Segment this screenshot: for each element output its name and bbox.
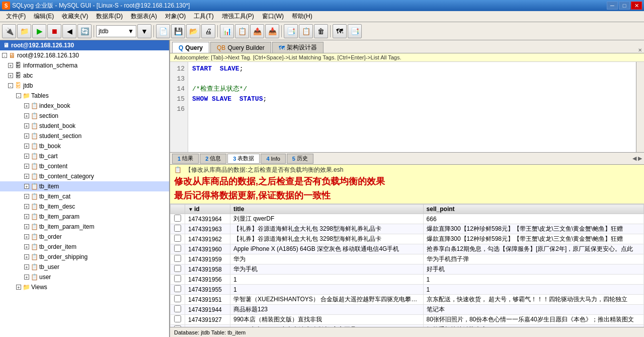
tb-print[interactable]: 🖨	[201, 24, 215, 38]
col-title-header[interactable]: title	[230, 205, 424, 214]
table-row[interactable]: 1474391960Apple iPhone X (A1865) 64GB 深空…	[171, 244, 644, 254]
table-row[interactable]: 1474391963【礼券】谷源道海鲜礼盒大礼包 3298型海鲜礼券礼品卡爆款直…	[171, 224, 644, 234]
expand-tb-order-item[interactable]: +	[24, 244, 29, 249]
tree-table-tb-item-cat[interactable]: + 📋 tb_item_cat	[0, 191, 169, 201]
tree-table-user[interactable]: + 📋 user	[0, 272, 169, 282]
expand-index-book[interactable]: +	[24, 103, 29, 108]
tb-export[interactable]: 📤	[250, 24, 264, 38]
tb-selector-arrow[interactable]: ▼	[137, 24, 151, 38]
expand-info-schema-icon[interactable]: +	[8, 63, 13, 68]
tree-tables-folder[interactable]: - 📁 Tables	[0, 91, 169, 101]
expand-tb-order[interactable]: +	[24, 234, 29, 239]
rtab-results[interactable]: 1 结果	[172, 154, 199, 164]
tree-table-tb-item[interactable]: + 📋 tb_item	[0, 181, 169, 191]
rtab-queryinfo[interactable]: 4 Info	[261, 154, 285, 164]
table-row[interactable]: 147439195611	[171, 275, 644, 285]
tab-query[interactable]: Q Query	[172, 42, 209, 53]
table-row[interactable]: 1474391964刘显江 qwerDF666	[171, 214, 644, 224]
menu-advanced[interactable]: 增强工具(P)	[218, 11, 258, 22]
expand-tb-cart[interactable]: +	[24, 154, 29, 159]
tab-schema-designer[interactable]: 🗺 架构设计器	[272, 42, 324, 53]
row-checkbox[interactable]	[174, 265, 182, 272]
tree-db-jtdb[interactable]: - 🗄 jtdb	[0, 81, 169, 91]
editor-scrollbar[interactable]	[636, 62, 644, 152]
tb-delete[interactable]: 🗑	[314, 24, 328, 38]
menu-object[interactable]: 对象(O)	[161, 11, 190, 22]
expand-abc-icon[interactable]: +	[8, 73, 13, 78]
col-sell-point-header[interactable]: sell_point	[423, 205, 643, 214]
expand-tb-item-param[interactable]: +	[24, 214, 29, 219]
row-checkbox[interactable]	[174, 295, 182, 302]
expand-tb-item-desc[interactable]: +	[24, 204, 29, 209]
tb-new-conn[interactable]: 🔌	[2, 24, 16, 38]
tree-db-abc[interactable]: + 🗄 abc	[0, 71, 169, 81]
tb-refresh[interactable]: 🔄	[77, 24, 92, 38]
expand-tb-item[interactable]: +	[24, 184, 29, 189]
row-checkbox[interactable]	[174, 255, 182, 262]
tb-execute[interactable]: ▶	[32, 24, 46, 38]
tree-table-tb-cart[interactable]: + 📋 tb_cart	[0, 151, 169, 161]
table-row[interactable]: 1474391959华为华为手机挡子弹	[171, 254, 644, 264]
menu-file[interactable]: 文件(F)	[2, 11, 30, 22]
tb-schema[interactable]: 🗺	[333, 24, 347, 38]
tree-table-tb-content-category[interactable]: + 📋 tb_content_category	[0, 171, 169, 181]
row-checkbox[interactable]	[174, 215, 182, 222]
expand-root-icon[interactable]: -	[2, 53, 7, 58]
code-content[interactable]: START SLAVE; /*检查主从状态*/ SHOW SLAVE STATU…	[188, 62, 636, 152]
tb-back[interactable]: ◀	[62, 24, 76, 38]
tb-table-view[interactable]: 📊	[220, 24, 234, 38]
menu-table[interactable]: 数据表(A)	[127, 11, 161, 22]
tree-table-tb-item-param-item[interactable]: + 📋 tb_item_param_item	[0, 222, 169, 232]
tb-paste[interactable]: 📋	[299, 24, 313, 38]
menu-window[interactable]: 窗口(W)	[258, 11, 288, 22]
tree-table-index-book[interactable]: + 📋 index_book	[0, 101, 169, 111]
tree-table-section[interactable]: + 📋 section	[0, 111, 169, 121]
tree-table-tb-user[interactable]: + 📋 tb_user	[0, 262, 169, 272]
tree-table-tb-item-desc[interactable]: + 📋 tb_item_desc	[0, 201, 169, 212]
query-panel-close[interactable]: ✕	[638, 47, 642, 53]
table-row[interactable]: 1474391962【礼券】谷源道海鲜礼盒大礼包 3298型海鲜礼券礼品卡爆款直…	[171, 234, 644, 244]
tree-root[interactable]: - 🖥 root@192.168.126.130	[0, 50, 169, 60]
row-checkbox[interactable]	[174, 245, 182, 252]
tb-copy[interactable]: 📑	[284, 24, 298, 38]
code-editor[interactable]: 12 13 14 15 16 START SLAVE; /*检查主从状态*/ S…	[170, 62, 644, 153]
expand-student-section[interactable]: +	[24, 133, 29, 139]
expand-student-book[interactable]: +	[24, 123, 29, 128]
tree-container[interactable]: - 🖥 root@192.168.126.130 + 🗄 information…	[0, 50, 169, 337]
minimize-button[interactable]: ─	[607, 2, 618, 10]
tree-table-student-book[interactable]: + 📋 student_book	[0, 121, 169, 131]
tb-index[interactable]: 📑	[348, 24, 362, 38]
tree-table-tb-order[interactable]: + 📋 tb_order	[0, 232, 169, 242]
row-checkbox[interactable]	[174, 225, 182, 232]
tree-table-tb-order-item[interactable]: + 📋 tb_order_item	[0, 242, 169, 252]
expand-tb-book[interactable]: +	[24, 144, 29, 149]
row-checkbox[interactable]	[174, 305, 182, 312]
expand-user[interactable]: +	[24, 275, 29, 280]
col-id-header[interactable]: ▼ id	[185, 205, 230, 214]
expand-tb-user[interactable]: +	[24, 264, 29, 269]
tree-views-folder[interactable]: + 📁 Views	[0, 282, 169, 292]
expand-tb-content-cat[interactable]: +	[24, 174, 29, 179]
tab-query-builder[interactable]: QB Query Builder	[210, 42, 271, 53]
tb-open[interactable]: 📁	[17, 24, 31, 38]
menu-edit[interactable]: 编辑(E)	[30, 11, 58, 22]
tb-open-file[interactable]: 📂	[186, 24, 200, 38]
rtab-info[interactable]: 2 信息	[200, 154, 226, 164]
tb-new-query[interactable]: 📄	[156, 24, 170, 38]
menu-tools[interactable]: 工具(T)	[190, 11, 217, 22]
table-row[interactable]: 1474391951学智薯（XUEZHISHANTOYS） 合金版超大遥控越野车…	[171, 295, 644, 305]
tb-form-view[interactable]: 📋	[235, 24, 249, 38]
tb-import[interactable]: 📥	[265, 24, 279, 38]
expand-tb-item-cat[interactable]: +	[24, 194, 29, 199]
close-button[interactable]: ✕	[631, 2, 642, 10]
expand-tables-icon[interactable]: -	[16, 93, 21, 98]
root-label[interactable]: root@192.168.126.130	[17, 52, 79, 59]
row-checkbox[interactable]	[174, 235, 182, 242]
expand-jtdb-icon[interactable]: -	[8, 83, 13, 88]
tree-table-tb-content[interactable]: + 📋 tb_content	[0, 161, 169, 171]
expand-views-icon[interactable]: +	[16, 285, 21, 290]
rtab-history[interactable]: 5 历史	[287, 154, 313, 164]
maximize-button[interactable]: □	[619, 2, 630, 10]
tree-db-information-schema[interactable]: + 🗄 information_schema	[0, 60, 169, 71]
row-checkbox[interactable]	[174, 315, 182, 322]
